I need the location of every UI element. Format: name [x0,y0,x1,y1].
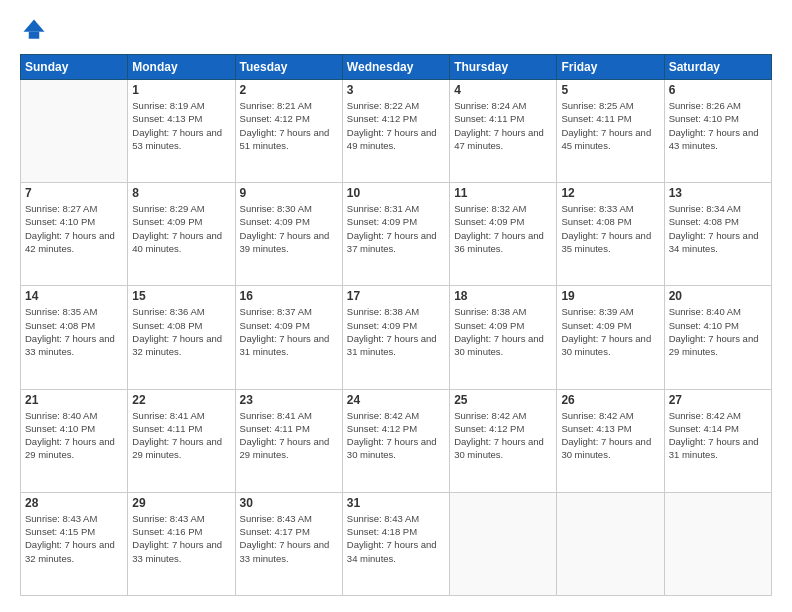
calendar-cell: 25Sunrise: 8:42 AMSunset: 4:12 PMDayligh… [450,389,557,492]
day-number: 26 [561,393,659,407]
day-detail: Sunrise: 8:43 AMSunset: 4:18 PMDaylight:… [347,512,445,565]
day-number: 19 [561,289,659,303]
day-number: 2 [240,83,338,97]
calendar-cell: 5Sunrise: 8:25 AMSunset: 4:11 PMDaylight… [557,80,664,183]
svg-marker-0 [24,20,45,32]
day-number: 3 [347,83,445,97]
day-number: 11 [454,186,552,200]
day-number: 29 [132,496,230,510]
calendar-week-row: 7Sunrise: 8:27 AMSunset: 4:10 PMDaylight… [21,183,772,286]
day-detail: Sunrise: 8:37 AMSunset: 4:09 PMDaylight:… [240,305,338,358]
day-detail: Sunrise: 8:36 AMSunset: 4:08 PMDaylight:… [132,305,230,358]
day-number: 21 [25,393,123,407]
calendar-cell: 3Sunrise: 8:22 AMSunset: 4:12 PMDaylight… [342,80,449,183]
calendar-cell: 16Sunrise: 8:37 AMSunset: 4:09 PMDayligh… [235,286,342,389]
calendar-cell: 11Sunrise: 8:32 AMSunset: 4:09 PMDayligh… [450,183,557,286]
day-number: 10 [347,186,445,200]
day-number: 23 [240,393,338,407]
day-number: 14 [25,289,123,303]
logo [20,16,52,44]
day-number: 9 [240,186,338,200]
day-detail: Sunrise: 8:40 AMSunset: 4:10 PMDaylight:… [669,305,767,358]
weekday-header-tuesday: Tuesday [235,55,342,80]
calendar-cell: 2Sunrise: 8:21 AMSunset: 4:12 PMDaylight… [235,80,342,183]
day-detail: Sunrise: 8:43 AMSunset: 4:15 PMDaylight:… [25,512,123,565]
svg-rect-1 [29,32,40,39]
day-detail: Sunrise: 8:19 AMSunset: 4:13 PMDaylight:… [132,99,230,152]
calendar-cell: 26Sunrise: 8:42 AMSunset: 4:13 PMDayligh… [557,389,664,492]
calendar-table: SundayMondayTuesdayWednesdayThursdayFrid… [20,54,772,596]
day-detail: Sunrise: 8:40 AMSunset: 4:10 PMDaylight:… [25,409,123,462]
calendar-cell: 22Sunrise: 8:41 AMSunset: 4:11 PMDayligh… [128,389,235,492]
calendar-cell: 28Sunrise: 8:43 AMSunset: 4:15 PMDayligh… [21,492,128,595]
day-detail: Sunrise: 8:38 AMSunset: 4:09 PMDaylight:… [454,305,552,358]
calendar-cell: 20Sunrise: 8:40 AMSunset: 4:10 PMDayligh… [664,286,771,389]
day-number: 15 [132,289,230,303]
day-number: 6 [669,83,767,97]
day-detail: Sunrise: 8:38 AMSunset: 4:09 PMDaylight:… [347,305,445,358]
day-detail: Sunrise: 8:41 AMSunset: 4:11 PMDaylight:… [240,409,338,462]
calendar-cell: 7Sunrise: 8:27 AMSunset: 4:10 PMDaylight… [21,183,128,286]
calendar-cell: 4Sunrise: 8:24 AMSunset: 4:11 PMDaylight… [450,80,557,183]
calendar-week-row: 14Sunrise: 8:35 AMSunset: 4:08 PMDayligh… [21,286,772,389]
weekday-header-thursday: Thursday [450,55,557,80]
day-detail: Sunrise: 8:42 AMSunset: 4:12 PMDaylight:… [454,409,552,462]
calendar-cell [21,80,128,183]
day-number: 30 [240,496,338,510]
day-detail: Sunrise: 8:42 AMSunset: 4:13 PMDaylight:… [561,409,659,462]
weekday-header-wednesday: Wednesday [342,55,449,80]
header [20,16,772,44]
day-number: 25 [454,393,552,407]
weekday-header-friday: Friday [557,55,664,80]
calendar-cell [557,492,664,595]
day-detail: Sunrise: 8:34 AMSunset: 4:08 PMDaylight:… [669,202,767,255]
calendar-week-row: 28Sunrise: 8:43 AMSunset: 4:15 PMDayligh… [21,492,772,595]
calendar-cell: 27Sunrise: 8:42 AMSunset: 4:14 PMDayligh… [664,389,771,492]
calendar-cell: 21Sunrise: 8:40 AMSunset: 4:10 PMDayligh… [21,389,128,492]
calendar-cell: 1Sunrise: 8:19 AMSunset: 4:13 PMDaylight… [128,80,235,183]
calendar-cell: 8Sunrise: 8:29 AMSunset: 4:09 PMDaylight… [128,183,235,286]
calendar-cell: 29Sunrise: 8:43 AMSunset: 4:16 PMDayligh… [128,492,235,595]
day-detail: Sunrise: 8:27 AMSunset: 4:10 PMDaylight:… [25,202,123,255]
day-number: 20 [669,289,767,303]
day-number: 17 [347,289,445,303]
day-detail: Sunrise: 8:41 AMSunset: 4:11 PMDaylight:… [132,409,230,462]
calendar-cell [664,492,771,595]
calendar-cell: 6Sunrise: 8:26 AMSunset: 4:10 PMDaylight… [664,80,771,183]
day-number: 7 [25,186,123,200]
calendar-cell: 30Sunrise: 8:43 AMSunset: 4:17 PMDayligh… [235,492,342,595]
day-number: 22 [132,393,230,407]
day-detail: Sunrise: 8:26 AMSunset: 4:10 PMDaylight:… [669,99,767,152]
calendar-cell: 18Sunrise: 8:38 AMSunset: 4:09 PMDayligh… [450,286,557,389]
calendar-cell: 19Sunrise: 8:39 AMSunset: 4:09 PMDayligh… [557,286,664,389]
day-number: 4 [454,83,552,97]
logo-icon [20,16,48,44]
day-number: 13 [669,186,767,200]
day-detail: Sunrise: 8:35 AMSunset: 4:08 PMDaylight:… [25,305,123,358]
day-detail: Sunrise: 8:25 AMSunset: 4:11 PMDaylight:… [561,99,659,152]
calendar-cell: 10Sunrise: 8:31 AMSunset: 4:09 PMDayligh… [342,183,449,286]
day-number: 24 [347,393,445,407]
day-detail: Sunrise: 8:29 AMSunset: 4:09 PMDaylight:… [132,202,230,255]
day-number: 5 [561,83,659,97]
day-number: 1 [132,83,230,97]
calendar-week-row: 1Sunrise: 8:19 AMSunset: 4:13 PMDaylight… [21,80,772,183]
day-detail: Sunrise: 8:33 AMSunset: 4:08 PMDaylight:… [561,202,659,255]
calendar-cell: 15Sunrise: 8:36 AMSunset: 4:08 PMDayligh… [128,286,235,389]
calendar-cell: 23Sunrise: 8:41 AMSunset: 4:11 PMDayligh… [235,389,342,492]
day-detail: Sunrise: 8:43 AMSunset: 4:16 PMDaylight:… [132,512,230,565]
day-number: 28 [25,496,123,510]
day-detail: Sunrise: 8:31 AMSunset: 4:09 PMDaylight:… [347,202,445,255]
day-number: 18 [454,289,552,303]
day-number: 8 [132,186,230,200]
day-number: 12 [561,186,659,200]
day-number: 27 [669,393,767,407]
calendar-cell: 24Sunrise: 8:42 AMSunset: 4:12 PMDayligh… [342,389,449,492]
calendar-cell: 9Sunrise: 8:30 AMSunset: 4:09 PMDaylight… [235,183,342,286]
day-detail: Sunrise: 8:30 AMSunset: 4:09 PMDaylight:… [240,202,338,255]
calendar-week-row: 21Sunrise: 8:40 AMSunset: 4:10 PMDayligh… [21,389,772,492]
day-detail: Sunrise: 8:32 AMSunset: 4:09 PMDaylight:… [454,202,552,255]
day-detail: Sunrise: 8:42 AMSunset: 4:14 PMDaylight:… [669,409,767,462]
page: SundayMondayTuesdayWednesdayThursdayFrid… [0,0,792,612]
day-detail: Sunrise: 8:21 AMSunset: 4:12 PMDaylight:… [240,99,338,152]
